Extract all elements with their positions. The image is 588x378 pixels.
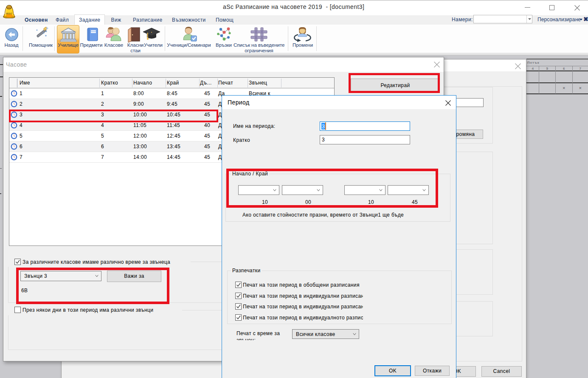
svg-text:asc: asc [6,11,12,15]
